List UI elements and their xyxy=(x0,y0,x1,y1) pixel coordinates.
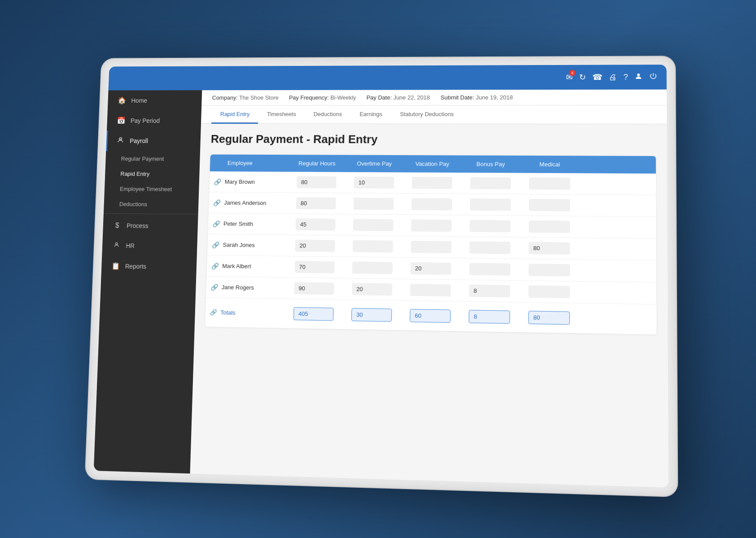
sidebar-sub-rapid-entry[interactable]: Rapid Entry xyxy=(105,166,199,182)
cell-bonus_pay xyxy=(460,215,520,237)
employee-name: Sarah Jones xyxy=(223,242,255,249)
input-overtime_pay[interactable] xyxy=(352,283,392,295)
input-regular_hours[interactable] xyxy=(294,261,334,273)
cell-medical xyxy=(520,216,579,237)
cell-vacation_pay xyxy=(402,194,461,215)
input-regular_hours[interactable] xyxy=(296,176,336,188)
top-bar-icons: ✉ 4 ↻ ☎ 🖨 ? xyxy=(566,72,657,82)
totals-bonus-input[interactable] xyxy=(468,310,510,324)
sidebar-item-hr[interactable]: HR xyxy=(102,235,197,256)
cell-regular_hours xyxy=(286,214,344,235)
input-bonus_pay[interactable] xyxy=(469,285,510,298)
input-regular_hours[interactable] xyxy=(295,239,335,252)
tab-timesheets[interactable]: Timesheets xyxy=(258,106,305,124)
row-link-icon: 🔗 xyxy=(210,283,218,291)
sidebar-pay-period-label: Pay Period xyxy=(130,117,160,124)
frequency-label: Pay Frequency: xyxy=(288,94,328,101)
tab-deductions[interactable]: Deductions xyxy=(304,106,351,124)
sidebar-hr-label: HR xyxy=(126,242,135,249)
cell-medical xyxy=(520,173,579,195)
employee-name: Mary Brown xyxy=(224,178,255,185)
svg-point-0 xyxy=(637,74,640,76)
totals-regular-hours-input[interactable] xyxy=(293,307,333,321)
cell-medical xyxy=(519,237,579,259)
totals-vacation-input[interactable] xyxy=(410,309,450,323)
input-vacation_pay[interactable] xyxy=(411,219,452,232)
sidebar-item-reports[interactable]: 📋 Reports xyxy=(101,256,197,278)
sidebar-item-pay-period[interactable]: 📅 Pay Period xyxy=(107,110,201,130)
calendar-icon: 📅 xyxy=(117,117,126,125)
row-link-icon: 🔗 xyxy=(214,178,221,185)
input-vacation_pay[interactable] xyxy=(410,284,451,296)
input-medical[interactable] xyxy=(529,199,570,212)
sidebar-divider-1 xyxy=(103,213,198,215)
input-regular_hours[interactable] xyxy=(294,282,334,295)
cell-bonus_pay xyxy=(459,280,519,302)
employee-cell: 🔗 Mark Albert xyxy=(206,258,286,275)
totals-vacation-cell xyxy=(400,304,459,328)
sidebar-item-home[interactable]: 🏠 Home xyxy=(107,90,202,110)
sidebar-sub-deductions[interactable]: Deductions xyxy=(104,196,199,213)
row-link-icon: 🔗 xyxy=(212,241,219,248)
totals-regular-hours-cell xyxy=(284,303,342,325)
totals-bonus-cell xyxy=(459,305,519,329)
input-overtime_pay[interactable] xyxy=(352,240,393,253)
input-vacation_pay[interactable] xyxy=(411,241,451,253)
input-medical[interactable] xyxy=(529,221,570,233)
cell-bonus_pay xyxy=(461,173,520,194)
input-medical[interactable] xyxy=(529,242,570,255)
user-icon[interactable] xyxy=(634,72,642,82)
input-vacation_pay[interactable] xyxy=(411,177,452,189)
input-medical[interactable] xyxy=(529,178,570,190)
input-bonus_pay[interactable] xyxy=(469,263,510,275)
input-bonus_pay[interactable] xyxy=(469,220,510,232)
pay-date-value: June 22, 2018 xyxy=(393,94,430,101)
tablet-frame: ✉ 4 ↻ ☎ 🖨 ? xyxy=(85,56,677,496)
sidebar-process-label: Process xyxy=(127,222,149,230)
input-vacation_pay[interactable] xyxy=(410,262,451,275)
input-overtime_pay[interactable] xyxy=(354,177,394,189)
print-icon[interactable]: 🖨 xyxy=(608,73,616,82)
totals-overtime-input[interactable] xyxy=(351,308,392,322)
row-link-icon: 🔗 xyxy=(212,220,220,227)
cell-bonus_pay xyxy=(460,258,519,280)
input-bonus_pay[interactable] xyxy=(470,199,511,211)
payroll-icon xyxy=(116,136,125,145)
sidebar-item-payroll[interactable]: Payroll xyxy=(106,130,201,152)
phone-icon[interactable]: ☎ xyxy=(592,72,602,82)
input-overtime_pay[interactable] xyxy=(353,198,393,210)
table-row: 🔗 Mary Brown xyxy=(209,171,656,195)
submit-date-label: Submit Date: xyxy=(440,94,474,101)
totals-medical-input[interactable] xyxy=(528,311,570,325)
input-vacation_pay[interactable] xyxy=(411,198,451,210)
input-overtime_pay[interactable] xyxy=(353,219,393,231)
sidebar-sub-employee-timesheet[interactable]: Employee Timesheet xyxy=(104,181,199,197)
col-vacation-pay: Vacation Pay xyxy=(403,155,461,173)
content-area: Company: The Shoe Store Pay Frequency: B… xyxy=(190,90,669,488)
input-bonus_pay[interactable] xyxy=(469,241,510,254)
input-regular_hours[interactable] xyxy=(295,218,335,230)
tab-statutory-deductions[interactable]: Statutory Deductions xyxy=(391,105,463,124)
input-overtime_pay[interactable] xyxy=(352,261,393,274)
refresh-icon[interactable]: ↻ xyxy=(579,72,586,82)
sidebar-sub-regular-payment[interactable]: Regular Payment xyxy=(105,151,200,167)
cell-vacation_pay xyxy=(402,236,460,258)
input-medical[interactable] xyxy=(529,264,570,276)
tablet-wrapper: ✉ 4 ↻ ☎ 🖨 ? xyxy=(85,56,677,496)
employee-cell: 🔗 James Anderson xyxy=(209,195,288,211)
col-medical: Medical xyxy=(520,156,579,173)
input-medical[interactable] xyxy=(528,286,569,299)
input-regular_hours[interactable] xyxy=(296,197,336,209)
power-icon[interactable] xyxy=(649,72,657,82)
content-body: Regular Payment - Rapid Entry Employee R… xyxy=(194,124,668,344)
sidebar-item-process[interactable]: $ Process xyxy=(103,216,198,237)
totals-row: 🔗 Totals xyxy=(205,298,656,334)
tab-earnings[interactable]: Earnings xyxy=(350,106,391,124)
mail-badge: 4 xyxy=(569,70,575,76)
company-info: Company: The Shoe Store xyxy=(212,95,278,101)
tab-rapid-entry[interactable]: Rapid Entry xyxy=(211,106,258,124)
help-icon[interactable]: ? xyxy=(623,73,628,82)
totals-overtime-cell xyxy=(342,304,401,326)
mail-icon[interactable]: ✉ 4 xyxy=(566,73,572,82)
input-bonus_pay[interactable] xyxy=(470,177,511,189)
